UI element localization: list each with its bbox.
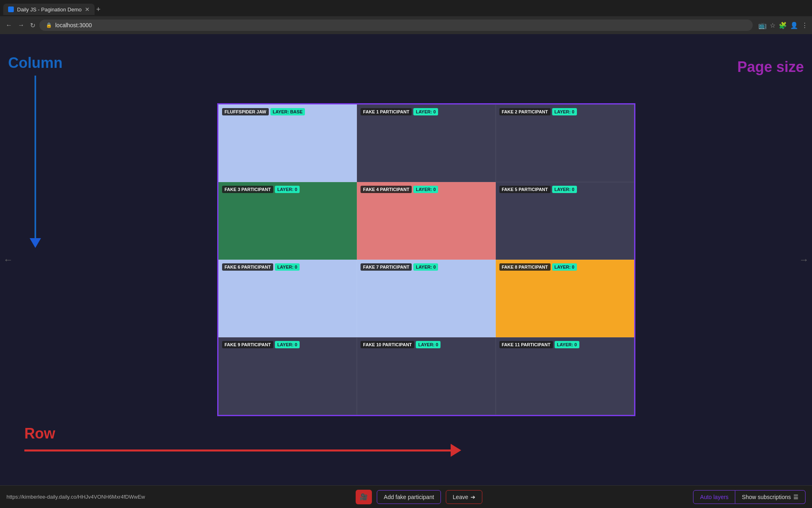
- refresh-button[interactable]: ↻: [28, 20, 37, 31]
- row-label: Row: [24, 425, 461, 457]
- grid-cell-9[interactable]: FAKE 9 PARTICIPANT LAYER: 0: [218, 337, 357, 415]
- menu-lines-icon: ☰: [793, 494, 799, 500]
- profile-icon[interactable]: 👤: [790, 22, 798, 29]
- tab-bar: Daily JS - Pagination Demo ✕ +: [0, 0, 812, 16]
- column-arrow-head: [30, 238, 41, 248]
- column-label: Column: [8, 54, 63, 248]
- cell-label-10: FAKE 10 PARTICIPANT LAYER: 0: [361, 341, 441, 348]
- lock-icon: 🔒: [46, 22, 52, 28]
- main-content: Column Page size ← → FLUFFSPIDER JAW LAY…: [0, 34, 812, 485]
- layer-badge-3: LAYER: 0: [275, 186, 300, 193]
- browser-chrome: Daily JS - Pagination Demo ✕ + ← → ↻ 🔒 l…: [0, 0, 812, 34]
- forward-button[interactable]: →: [16, 20, 26, 30]
- cell-label-7: FAKE 7 PARTICIPANT LAYER: 0: [361, 263, 438, 271]
- cell-label-1: FAKE 1 PARTICIPANT LAYER: 0: [361, 108, 438, 115]
- cast-icon[interactable]: 📺: [758, 22, 767, 29]
- active-tab[interactable]: Daily JS - Pagination Demo ✕: [3, 4, 95, 15]
- layer-badge-11: LAYER: 0: [555, 341, 579, 348]
- participant-name-8: FAKE 8 PARTICIPANT: [499, 263, 551, 271]
- leave-button[interactable]: Leave ➔: [446, 490, 482, 504]
- row-arrow: [24, 444, 461, 457]
- page-size-label: Page size: [737, 59, 804, 76]
- grid-cell-10[interactable]: FAKE 10 PARTICIPANT LAYER: 0: [357, 337, 495, 415]
- participant-name-2: FAKE 2 PARTICIPANT: [499, 108, 551, 115]
- participant-name-11: FAKE 11 PARTICIPANT: [499, 341, 553, 348]
- leave-label: Leave: [453, 494, 468, 500]
- tab-favicon: [8, 7, 14, 12]
- grid-cell-6[interactable]: FAKE 6 PARTICIPANT LAYER: 0: [218, 260, 357, 337]
- back-button[interactable]: ←: [4, 20, 14, 30]
- show-subscriptions-button[interactable]: Show subscriptions ☰: [735, 490, 806, 504]
- participant-name-7: FAKE 7 PARTICIPANT: [361, 263, 412, 271]
- grid-cell-7[interactable]: FAKE 7 PARTICIPANT LAYER: 0: [357, 260, 495, 337]
- cell-label-5: FAKE 5 PARTICIPANT LAYER: 0: [499, 186, 577, 193]
- grid-cell-5[interactable]: FAKE 5 PARTICIPANT LAYER: 0: [496, 182, 634, 260]
- cell-label-11: FAKE 11 PARTICIPANT LAYER: 0: [499, 341, 579, 348]
- layer-badge-0: LAYER: BASE: [270, 108, 305, 115]
- toolbar-url: https://kimberlee-daily.daily.co/HHJv4VO…: [6, 494, 145, 500]
- video-toggle-button[interactable]: 🎥: [356, 490, 372, 504]
- layer-badge-6: LAYER: 0: [275, 263, 300, 271]
- column-arrow: [30, 76, 41, 248]
- column-text: Column: [8, 54, 63, 72]
- participant-name-1: FAKE 1 PARTICIPANT: [361, 108, 412, 115]
- layer-badge-9: LAYER: 0: [275, 341, 300, 348]
- row-arrow-line: [24, 449, 451, 452]
- participant-name-4: FAKE 4 PARTICIPANT: [361, 186, 412, 193]
- cell-label-2: FAKE 2 PARTICIPANT LAYER: 0: [499, 108, 577, 115]
- grid-cell-8[interactable]: FAKE 8 PARTICIPANT LAYER: 0: [496, 260, 634, 337]
- grid-cell-1[interactable]: FAKE 1 PARTICIPANT LAYER: 0: [357, 104, 495, 182]
- column-arrow-line: [35, 76, 36, 238]
- extension-icon[interactable]: 🧩: [779, 22, 787, 29]
- add-fake-participant-button[interactable]: Add fake participant: [377, 490, 441, 504]
- toolbar-right-controls: Auto layers Show subscriptions ☰: [693, 490, 806, 504]
- grid-cell-11[interactable]: FAKE 11 PARTICIPANT LAYER: 0: [496, 337, 634, 415]
- row-text: Row: [24, 425, 55, 442]
- cell-label-8: FAKE 8 PARTICIPANT LAYER: 0: [499, 263, 577, 271]
- camera-icon: 🎥: [360, 493, 368, 501]
- address-bar[interactable]: 🔒 localhost:3000: [39, 20, 753, 31]
- new-tab-button[interactable]: +: [96, 5, 101, 14]
- participant-name-10: FAKE 10 PARTICIPANT: [361, 341, 414, 348]
- nav-left-arrow[interactable]: ←: [3, 254, 13, 265]
- layer-badge-5: LAYER: 0: [552, 186, 577, 193]
- cell-label-9: FAKE 9 PARTICIPANT LAYER: 0: [222, 341, 300, 348]
- layer-badge-8: LAYER: 0: [552, 263, 577, 271]
- grid-cell-2[interactable]: FAKE 2 PARTICIPANT LAYER: 0: [496, 104, 634, 182]
- browser-nav-icons: 📺 ☆ 🧩 👤 ⋮: [758, 22, 808, 29]
- layer-badge-10: LAYER: 0: [416, 341, 441, 348]
- show-subscriptions-label: Show subscriptions: [742, 494, 791, 500]
- address-text: localhost:3000: [55, 22, 92, 28]
- auto-layers-button[interactable]: Auto layers: [693, 490, 735, 504]
- leave-icon: ➔: [471, 494, 475, 500]
- grid-cell-4[interactable]: FAKE 4 PARTICIPANT LAYER: 0: [357, 182, 495, 260]
- participant-name-9: FAKE 9 PARTICIPANT: [222, 341, 273, 348]
- layer-badge-4: LAYER: 0: [413, 186, 438, 193]
- tab-close-icon[interactable]: ✕: [85, 6, 90, 13]
- participant-name-3: FAKE 3 PARTICIPANT: [222, 186, 273, 193]
- grid-cell-3[interactable]: FAKE 3 PARTICIPANT LAYER: 0: [218, 182, 357, 260]
- bottom-toolbar: https://kimberlee-daily.daily.co/HHJv4VO…: [0, 485, 812, 508]
- bookmark-icon[interactable]: ☆: [770, 22, 775, 29]
- cell-label-6: FAKE 6 PARTICIPANT LAYER: 0: [222, 263, 300, 271]
- participant-name-5: FAKE 5 PARTICIPANT: [499, 186, 551, 193]
- nav-bar: ← → ↻ 🔒 localhost:3000 📺 ☆ 🧩 👤 ⋮: [0, 16, 812, 34]
- video-grid: FLUFFSPIDER JAW LAYER: BASE FAKE 1 PARTI…: [217, 103, 635, 416]
- row-arrow-head: [451, 444, 461, 457]
- cell-label-4: FAKE 4 PARTICIPANT LAYER: 0: [361, 186, 438, 193]
- nav-right-arrow[interactable]: →: [799, 254, 809, 265]
- layer-badge-2: LAYER: 0: [552, 108, 577, 115]
- menu-icon[interactable]: ⋮: [801, 22, 808, 29]
- grid-cell-0[interactable]: FLUFFSPIDER JAW LAYER: BASE: [218, 104, 357, 182]
- toolbar-center-controls: 🎥 Add fake participant Leave ➔: [356, 490, 482, 504]
- participant-name-0: FLUFFSPIDER JAW: [222, 108, 269, 115]
- tab-title: Daily JS - Pagination Demo: [17, 7, 82, 13]
- cell-label-3: FAKE 3 PARTICIPANT LAYER: 0: [222, 186, 300, 193]
- layer-badge-7: LAYER: 0: [413, 263, 438, 271]
- participant-name-6: FAKE 6 PARTICIPANT: [222, 263, 273, 271]
- layer-badge-1: LAYER: 0: [413, 108, 438, 115]
- cell-label-0: FLUFFSPIDER JAW LAYER: BASE: [222, 108, 305, 115]
